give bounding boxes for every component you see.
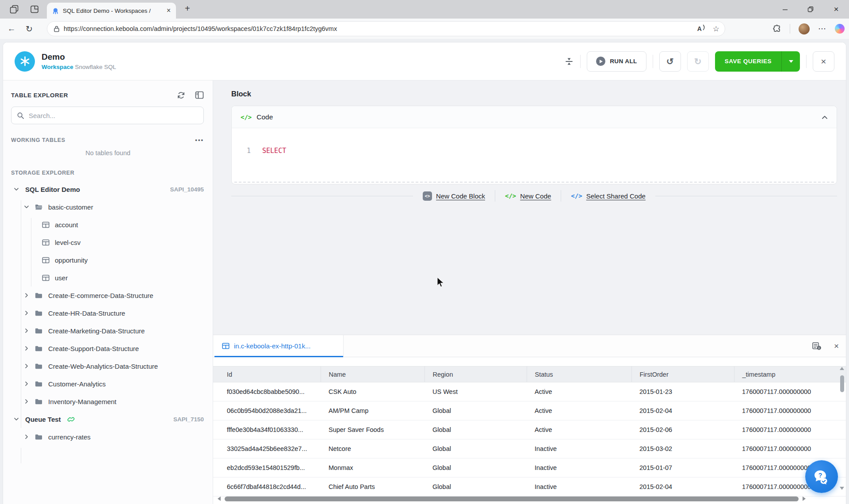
chevron-down-icon[interactable] bbox=[14, 187, 19, 192]
refresh-icon[interactable] bbox=[177, 91, 185, 99]
table-row[interactable]: 6c66f7dbaf44818c2cd44d... Chief Auto Par… bbox=[213, 477, 846, 496]
search-box[interactable] bbox=[11, 107, 204, 124]
chevron-right-icon[interactable] bbox=[24, 381, 29, 386]
scroll-down-icon[interactable] bbox=[840, 487, 844, 490]
table-row[interactable]: fffe0e30b4a34f01063330... Super Saver Fo… bbox=[213, 420, 846, 439]
table-row[interactable]: 33025ad4a425b6ee832e7... Netcore Global … bbox=[213, 439, 846, 458]
cell: Global bbox=[424, 458, 527, 477]
search-input[interactable] bbox=[29, 112, 198, 119]
url-text[interactable]: https://connection.keboola.com/admin/pro… bbox=[64, 25, 697, 32]
line-number: 1 bbox=[247, 147, 251, 155]
scroll-right-icon[interactable] bbox=[803, 496, 806, 501]
scroll-left-icon[interactable] bbox=[218, 496, 221, 501]
tree-item-label: Inventory-Management bbox=[48, 398, 116, 405]
save-queries-button[interactable]: SAVE QUERIES bbox=[715, 51, 781, 72]
column-header[interactable]: FirstOrder bbox=[631, 367, 734, 382]
window-close-button[interactable]: × bbox=[823, 0, 849, 19]
tab-actions-icon[interactable] bbox=[30, 5, 39, 14]
window-minimize-button[interactable] bbox=[772, 0, 798, 19]
chevron-right-icon[interactable] bbox=[24, 399, 29, 404]
tree-item-table[interactable]: account bbox=[3, 216, 213, 233]
results-tab[interactable]: in.c-keboola-ex-http-01k... bbox=[214, 335, 344, 357]
reload-icon[interactable]: ↻ bbox=[20, 24, 38, 34]
close-workspace-button[interactable]: × bbox=[813, 51, 834, 72]
close-results-icon[interactable]: × bbox=[834, 341, 839, 351]
window-restore-button[interactable] bbox=[798, 0, 823, 19]
code-block-header[interactable]: </> Code bbox=[232, 106, 837, 128]
workspace-breadcrumb-link[interactable]: Workspace bbox=[42, 64, 73, 70]
chevron-right-icon[interactable] bbox=[24, 434, 29, 439]
cell: 2015-01-07 bbox=[631, 458, 734, 477]
help-chat-icon bbox=[811, 466, 832, 487]
scrollbar-thumb[interactable] bbox=[840, 375, 844, 392]
tree-item-bucket[interactable]: Create-HR-Data-Structure bbox=[3, 304, 213, 322]
cell: Global bbox=[424, 477, 527, 496]
table-row[interactable]: eb2dcd593e154801529fb... Monmax Global I… bbox=[213, 458, 846, 477]
address-bar[interactable]: https://connection.keboola.com/admin/pro… bbox=[47, 21, 725, 36]
new-code-block-button[interactable]: <> New Code Block bbox=[423, 191, 485, 201]
table-info-icon[interactable] bbox=[812, 342, 822, 351]
tree-item-project[interactable]: Queue Test SAPI_7150 bbox=[3, 410, 213, 428]
tree-item-label: Queue Test bbox=[25, 416, 61, 423]
select-shared-code-button[interactable]: </> Select Shared Code bbox=[571, 192, 646, 200]
browser-menu-icon[interactable]: ⋯ bbox=[818, 24, 826, 34]
tree-item-bucket[interactable]: Inventory-Management bbox=[3, 393, 213, 410]
back-icon[interactable]: ← bbox=[3, 24, 20, 34]
help-chat-button[interactable] bbox=[805, 460, 838, 493]
chevron-down-icon[interactable] bbox=[14, 416, 19, 422]
scroll-up-icon[interactable] bbox=[840, 367, 844, 370]
tree-item-bucket[interactable]: Create-E-commerce-Data-Structure bbox=[3, 286, 213, 304]
column-header[interactable]: _timestamp bbox=[734, 367, 846, 382]
chevron-right-icon[interactable] bbox=[24, 328, 29, 333]
extensions-icon[interactable] bbox=[773, 24, 781, 33]
tree-item-bucket[interactable]: Customer-Analytics bbox=[3, 375, 213, 393]
tree-item-label: Create-E-commerce-Data-Structure bbox=[48, 292, 153, 299]
column-header[interactable]: Name bbox=[321, 367, 424, 382]
table-row[interactable]: 06c0b954b0d2088e3da21... AM/PM Camp Glob… bbox=[213, 401, 846, 420]
chevron-right-icon[interactable] bbox=[24, 293, 29, 298]
column-header[interactable]: Id bbox=[213, 367, 321, 382]
column-header[interactable]: Region bbox=[424, 367, 527, 382]
tree-item-table[interactable]: level-csv bbox=[3, 233, 213, 251]
run-all-button[interactable]: RUN ALL bbox=[587, 51, 646, 72]
read-aloud-icon[interactable]: A bbox=[697, 25, 706, 32]
code-block-card: </> Code 1 SELECT bbox=[231, 106, 837, 184]
favorite-star-icon[interactable]: ☆ bbox=[713, 24, 719, 34]
tree-item-label: opportunity bbox=[55, 256, 88, 264]
code-block-title: Code bbox=[256, 113, 273, 121]
column-header[interactable]: Status bbox=[527, 367, 631, 382]
vertical-scrollbar[interactable] bbox=[839, 367, 845, 490]
tree-item-project[interactable]: SQL Editor Demo SAPI_10495 bbox=[3, 180, 213, 198]
save-queries-dropdown[interactable] bbox=[781, 51, 800, 72]
workspaces-icon[interactable] bbox=[10, 5, 19, 14]
chevron-up-icon[interactable] bbox=[822, 115, 828, 119]
new-tab-button[interactable]: + bbox=[185, 4, 190, 14]
chevron-right-icon[interactable] bbox=[24, 310, 29, 316]
collapse-all-icon[interactable] bbox=[564, 57, 574, 66]
browser-tab[interactable]: SQL Editor Demo - Workspaces / × bbox=[47, 3, 176, 19]
tree-item-label: account bbox=[55, 221, 78, 229]
chevron-down-icon[interactable] bbox=[24, 204, 29, 210]
tree-item-bucket[interactable]: Create-Marketing-Data-Structure bbox=[3, 322, 213, 340]
profile-avatar[interactable] bbox=[799, 23, 810, 34]
tree-item-table[interactable]: user bbox=[3, 269, 213, 286]
tab-close-icon[interactable]: × bbox=[167, 7, 171, 15]
chevron-right-icon[interactable] bbox=[24, 346, 29, 351]
undo-button[interactable]: ↺ bbox=[659, 51, 681, 72]
tree-item-bucket[interactable]: currency-rates bbox=[3, 428, 213, 446]
new-code-button[interactable]: </> New Code bbox=[505, 192, 551, 200]
storage-explorer-label: STORAGE EXPLORER bbox=[11, 170, 74, 176]
chevron-right-icon[interactable] bbox=[24, 363, 29, 369]
table-row[interactable]: f030ed64cbc8babbe5090... CSK Auto US Wes… bbox=[213, 382, 846, 401]
scrollbar-thumb[interactable] bbox=[225, 496, 799, 501]
tree-item-bucket[interactable]: basic-customer bbox=[3, 198, 213, 216]
horizontal-scrollbar[interactable] bbox=[218, 496, 806, 502]
tree-item-bucket[interactable]: Create-Support-Data-Structure bbox=[3, 340, 213, 357]
code-editor[interactable]: 1 SELECT bbox=[232, 128, 837, 184]
copilot-icon[interactable] bbox=[835, 24, 845, 34]
tree-item-table[interactable]: opportunity bbox=[3, 251, 213, 269]
tree-item-bucket[interactable]: Create-Web-Analytics-Data-Structure bbox=[3, 357, 213, 375]
toggle-panel-icon[interactable] bbox=[195, 91, 204, 99]
working-tables-menu-icon[interactable]: ••• bbox=[195, 137, 204, 143]
redo-button[interactable]: ↻ bbox=[687, 51, 709, 72]
